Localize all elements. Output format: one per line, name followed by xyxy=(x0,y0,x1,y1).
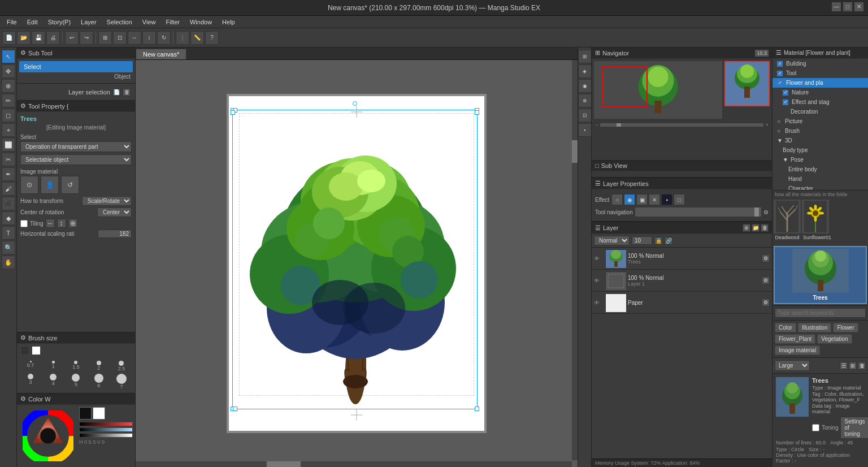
mat-tree-decoration[interactable]: Decoration xyxy=(772,107,868,116)
new-file-btn[interactable]: 📄 xyxy=(2,31,16,45)
gallery-deadwood[interactable]: Deadwood xyxy=(774,200,801,241)
color-slider-h[interactable] xyxy=(79,422,133,426)
menu-edit[interactable]: Edit xyxy=(23,18,42,27)
link-btn[interactable]: 🔗 xyxy=(665,237,672,245)
tool-fill[interactable]: ⬜ xyxy=(2,138,15,152)
effect-btn-dark[interactable]: ▪ xyxy=(661,194,672,205)
nav-zoom-out-btn[interactable]: − xyxy=(595,122,598,128)
scrollbar-h[interactable] xyxy=(136,461,572,467)
tool-cut[interactable]: ✂ xyxy=(2,153,15,166)
nav-zoom-slider[interactable] xyxy=(600,123,763,127)
tag-flower[interactable]: Flower xyxy=(833,323,858,332)
footer-btn-3[interactable]: 🗑 xyxy=(858,362,866,370)
canvas-viewport[interactable] xyxy=(136,60,578,467)
brush-5[interactable]: 5 xyxy=(66,374,86,390)
tiling-btn-2[interactable]: ↕ xyxy=(57,219,66,228)
flip-h-btn[interactable]: ↔ xyxy=(128,31,141,45)
footer-btn-2[interactable]: ⊞ xyxy=(849,362,857,370)
help-btn[interactable]: ? xyxy=(205,31,219,45)
layer-btn-1[interactable]: ⊕ xyxy=(743,224,750,232)
toning-check[interactable] xyxy=(812,424,819,431)
size-select[interactable]: Large Medium Small xyxy=(775,360,810,371)
tool-move[interactable]: ✥ xyxy=(2,64,15,78)
grid-btn[interactable]: ⊞ xyxy=(98,31,112,45)
tool-lasso[interactable]: ⊕ xyxy=(2,79,15,93)
effect-btn-grid[interactable]: ▣ xyxy=(636,194,648,205)
tiling-btn-3[interactable]: ⊕ xyxy=(68,219,77,228)
img-mat-btn-1[interactable]: ⊙ xyxy=(20,176,38,194)
tool-brush[interactable]: ✒ xyxy=(2,167,15,181)
effect-btn-circle[interactable]: ○ xyxy=(611,194,623,205)
layer-sel-del-btn[interactable]: 🗑 xyxy=(123,88,131,96)
tag-color[interactable]: Color xyxy=(775,323,796,332)
effect-btn-x[interactable]: ✕ xyxy=(649,194,660,205)
brush-1.5[interactable]: 1.5 xyxy=(66,361,86,371)
color-slider-v[interactable] xyxy=(79,433,133,438)
save-btn[interactable]: 💾 xyxy=(32,31,45,45)
tiling-btn-1[interactable]: ↔ xyxy=(46,219,55,228)
selectable-select[interactable]: Selectable object xyxy=(20,154,132,165)
effect-btn-empty[interactable]: □ xyxy=(674,194,685,205)
cr-tool-1[interactable]: ⊞ xyxy=(578,50,592,63)
handle-mr[interactable] xyxy=(475,110,479,115)
img-mat-btn-3[interactable]: ↺ xyxy=(61,176,79,194)
tool-hand[interactable]: ✋ xyxy=(2,256,15,269)
tag-illustration[interactable]: Illustration xyxy=(798,323,832,332)
brush-4[interactable]: 4 xyxy=(43,374,63,390)
brush-size-bg[interactable] xyxy=(32,346,41,355)
opacity-input[interactable] xyxy=(632,236,652,245)
scrollbar-h-thumb[interactable] xyxy=(267,461,301,467)
window-controls[interactable]: — □ ✕ xyxy=(832,2,863,11)
brush-1[interactable]: 1 xyxy=(43,361,63,371)
search-input[interactable] xyxy=(775,308,866,318)
tag-image-material[interactable]: Image material xyxy=(775,345,820,355)
tool-rect[interactable]: ◻ xyxy=(2,109,15,122)
menu-file[interactable]: File xyxy=(2,18,21,27)
menu-selection[interactable]: Selection xyxy=(102,18,137,27)
color-wheel-container[interactable] xyxy=(19,407,77,465)
layer-btn-2[interactable]: 📁 xyxy=(752,224,760,232)
nav-zoom-val[interactable]: 10.3 xyxy=(755,50,769,57)
scrollbar-v[interactable] xyxy=(572,60,578,460)
paper-settings[interactable]: ⚙ xyxy=(762,299,770,306)
minimize-btn[interactable]: — xyxy=(832,2,841,11)
snap-btn[interactable]: ⋮ xyxy=(176,31,189,45)
rotate-btn[interactable]: ↻ xyxy=(157,31,171,45)
mat-tree-picture[interactable]: ○ Picture xyxy=(772,116,868,126)
mat-tree-brush[interactable]: ○ Brush xyxy=(772,126,868,136)
cr-tool-5[interactable]: ⊡ xyxy=(578,109,592,122)
gallery-sunflower[interactable]: Sunflower01 xyxy=(802,200,832,241)
tool-nav-slider[interactable] xyxy=(635,207,761,217)
tag-flower-plant[interactable]: Flower_Plant xyxy=(775,334,815,344)
tool-pen[interactable]: ✏ xyxy=(2,94,15,107)
mat-tree-body[interactable]: Body type xyxy=(772,145,868,155)
layer-trees-eye[interactable]: 👁 xyxy=(594,256,603,262)
print-btn[interactable]: 🖨 xyxy=(46,31,60,45)
brush-3[interactable]: 3 xyxy=(20,374,41,390)
brush-size-fg[interactable] xyxy=(20,346,29,355)
close-btn[interactable]: ✕ xyxy=(854,2,863,11)
layer1-eye[interactable]: 👁 xyxy=(594,278,603,284)
mat-tree-character[interactable]: Character xyxy=(772,184,868,190)
color-wheel-svg[interactable] xyxy=(23,410,73,461)
handle-br[interactable] xyxy=(475,407,479,411)
handle-ml[interactable] xyxy=(231,110,235,115)
menu-story[interactable]: Story(P) xyxy=(44,18,75,27)
layer-trees-settings[interactable]: ⚙ xyxy=(762,254,770,262)
tiling-checkbox[interactable] xyxy=(20,220,28,227)
menu-filter[interactable]: Filter xyxy=(162,18,184,27)
redo-btn[interactable]: ↪ xyxy=(80,31,93,45)
color-slider-s[interactable] xyxy=(79,427,133,432)
menu-window[interactable]: Window xyxy=(185,18,216,27)
toning-settings-btn[interactable]: Settings of toning xyxy=(840,417,868,439)
layer1-settings[interactable]: ⚙ xyxy=(762,276,770,284)
layer-sel-add-btn[interactable]: 📄 xyxy=(112,88,120,96)
lock-btn[interactable]: 🔒 xyxy=(654,237,662,245)
tab-new-canvas[interactable]: New canvas* xyxy=(136,49,186,59)
mat-tree-nature[interactable]: ✓ Nature xyxy=(772,88,868,97)
menu-help[interactable]: Help xyxy=(218,18,240,27)
tool-select[interactable]: ↖ xyxy=(2,50,15,63)
img-mat-btn-2[interactable]: 👤 xyxy=(41,176,59,194)
tag-vegetation[interactable]: Vegetation xyxy=(817,334,852,344)
nav-preview[interactable] xyxy=(594,61,722,119)
